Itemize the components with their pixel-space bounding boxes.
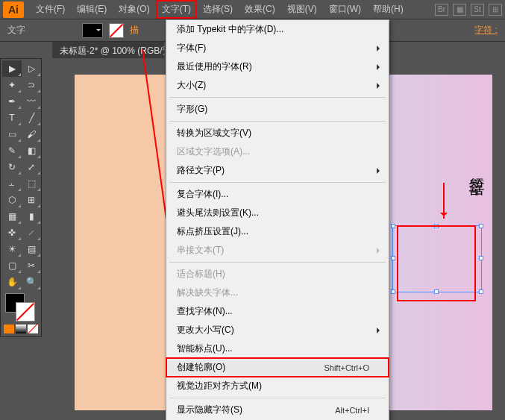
tool-wand[interactable]: ✦: [2, 77, 22, 93]
menu-item-标点挤压设置J[interactable]: 标点挤压设置(J)...: [166, 222, 389, 241]
menu-item-最近使用的字体R[interactable]: 最近使用的字体(R): [166, 57, 389, 76]
tool-free[interactable]: ⬚: [22, 175, 41, 192]
menu-item-智能标点U[interactable]: 智能标点(U)...: [166, 339, 389, 358]
tool-shape-builder[interactable]: ⬡: [2, 192, 22, 208]
opt-label: 文字: [7, 24, 25, 37]
menu-文件[interactable]: 文件(F): [30, 0, 71, 19]
menu-item-解决缺失字体: 解决缺失字体...: [166, 283, 389, 302]
character-panel-link[interactable]: 字符 :: [474, 24, 498, 37]
menu-item-复合字体I[interactable]: 复合字体(I)...: [166, 185, 389, 204]
tool-zoom[interactable]: 🔍: [22, 274, 41, 290]
annotation-arrow-2: [443, 183, 445, 219]
tool-line[interactable]: ╱: [22, 110, 41, 126]
menu-item-添加 Typekit 中的字体D[interactable]: 添加 Typekit 中的字体(D)...: [166, 20, 389, 39]
tool-pen[interactable]: ✒: [2, 93, 22, 110]
tool-width[interactable]: ⫠: [2, 175, 22, 192]
menu-item-字形G[interactable]: 字形(G): [166, 100, 389, 119]
menu-item-区域文字选项A: 区域文字选项(A)...: [166, 142, 389, 161]
menu-item-显示隐藏字符S[interactable]: 显示隐藏字符(S)Alt+Ctrl+I: [166, 401, 389, 419]
menu-item-转换为区域文字V[interactable]: 转换为区域文字(V): [166, 124, 389, 142]
stroke-label: 描: [130, 24, 139, 37]
menu-item-大小Z[interactable]: 大小(Z): [166, 76, 389, 95]
tool-brush[interactable]: 🖌: [22, 126, 41, 142]
text-line-2: 吾舌: [469, 187, 481, 195]
menu-文字[interactable]: 文字(T): [156, 0, 197, 19]
menu-对象[interactable]: 对象(O): [113, 0, 155, 19]
tool-graph[interactable]: ▤: [22, 241, 41, 257]
menu-帮助[interactable]: 帮助(H): [367, 0, 410, 19]
menu-视图[interactable]: 视图(V): [281, 0, 323, 19]
tool-curve[interactable]: 〰: [22, 93, 41, 110]
tool-artboard[interactable]: ▢: [2, 257, 22, 274]
menu-item-视觉边距对齐方式M[interactable]: 视觉边距对齐方式(M): [166, 377, 389, 395]
tool-symbol[interactable]: ☀: [2, 241, 22, 257]
tool-rect[interactable]: ▭: [2, 126, 22, 142]
type-menu-dropdown: 添加 Typekit 中的字体(D)...字体(F)最近使用的字体(R)大小(Z…: [166, 19, 389, 420]
tool-eraser[interactable]: ◧: [22, 142, 41, 159]
menu-item-更改大小写C[interactable]: 更改大小写(C): [166, 321, 389, 339]
fill-swatch[interactable]: [82, 23, 103, 38]
tool-perspective[interactable]: ⊞: [22, 192, 41, 208]
tool-blend[interactable]: ⟋: [22, 225, 41, 241]
menu-item-路径文字P[interactable]: 路径文字(P): [166, 161, 389, 180]
menu-item-串接文本T: 串接文本(T): [166, 241, 389, 260]
tool-eyedrop[interactable]: ✜: [2, 225, 22, 241]
menu-item-查找字体N[interactable]: 查找字体(N)...: [166, 302, 389, 321]
color-mode-row[interactable]: [2, 323, 41, 335]
tool-direct-select[interactable]: ▷: [22, 60, 41, 77]
tool-gradient[interactable]: ▮: [22, 208, 41, 225]
tool-type[interactable]: T: [2, 110, 22, 126]
text-object[interactable]: 矣吞 吾舌: [469, 179, 481, 195]
menu-窗口[interactable]: 窗口(W): [323, 0, 367, 19]
menu-item-避头尾法则设置K[interactable]: 避头尾法则设置(K)...: [166, 204, 389, 222]
menu-编辑[interactable]: 编辑(E): [71, 0, 113, 19]
annotation-box-canvas: [397, 225, 476, 301]
stroke-swatch[interactable]: [109, 23, 124, 38]
fill-stroke-control[interactable]: [2, 290, 41, 323]
tool-selection[interactable]: ▶: [2, 60, 22, 77]
document-tab[interactable]: 未标题-2* @ 100% (RGB/预览): [52, 42, 164, 58]
menu-item-创建轮廓O[interactable]: 创建轮廓(O)Shift+Ctrl+O: [166, 358, 389, 377]
tool-rotate[interactable]: ↻: [2, 159, 22, 175]
tool-slice[interactable]: ✂: [22, 257, 41, 274]
tool-pencil[interactable]: ✎: [2, 142, 22, 159]
toolbox: ▶▷✦⊃✒〰T╱▭🖌✎◧↻⤢⫠⬚⬡⊞▦▮✜⟋☀▤▢✂✋🔍: [0, 58, 42, 337]
menu-item-字体F[interactable]: 字体(F): [166, 39, 389, 57]
tool-scale[interactable]: ⤢: [22, 159, 41, 175]
stock-icon[interactable]: St: [471, 4, 484, 16]
app-logo: Ai: [3, 1, 24, 18]
tool-lasso[interactable]: ⊃: [22, 77, 41, 93]
menu-item-适合标题H: 适合标题(H): [166, 265, 389, 283]
bridge-icon[interactable]: Br: [435, 4, 448, 16]
tool-hand[interactable]: ✋: [2, 274, 22, 290]
arrange-icon[interactable]: ▦: [453, 4, 466, 16]
menu-效果[interactable]: 效果(C): [239, 0, 281, 19]
menu-选择[interactable]: 选择(S): [197, 0, 239, 19]
workspace-icon[interactable]: ⊞: [489, 4, 502, 16]
tool-mesh[interactable]: ▦: [2, 208, 22, 225]
